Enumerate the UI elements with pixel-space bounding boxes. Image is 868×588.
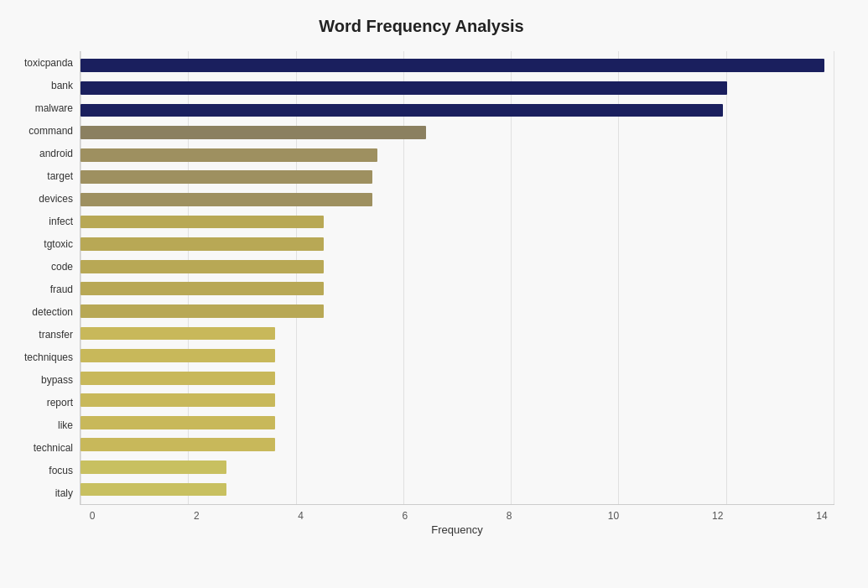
x-tick: 4: [288, 510, 314, 522]
bar: [81, 372, 275, 385]
y-label: fraud: [50, 284, 73, 294]
bar: [81, 81, 727, 95]
y-label: italy: [55, 488, 73, 498]
bar: [81, 193, 372, 206]
y-label: transfer: [39, 330, 73, 340]
y-label: technical: [34, 443, 73, 453]
bar-row: [81, 456, 834, 479]
bar-row: [81, 278, 834, 300]
y-label: infect: [49, 216, 73, 226]
x-tick: 2: [184, 510, 209, 522]
x-tick: 8: [496, 510, 522, 522]
y-label: tgtoxic: [44, 239, 73, 249]
bar-row: [81, 322, 834, 345]
bar: [81, 170, 372, 184]
chart-title: Word Frequency Analysis: [8, 17, 834, 36]
bar-row: [81, 300, 834, 323]
x-tick: 6: [392, 510, 418, 522]
x-tick: 0: [80, 510, 105, 522]
bar-row: [81, 434, 834, 456]
bar-row: [81, 55, 834, 77]
bar: [81, 148, 377, 162]
y-label: command: [29, 126, 73, 136]
bars-area: [80, 51, 834, 505]
bars-inner: [81, 51, 834, 504]
chart-body: toxicpandabankmalwarecommandandroidtarge…: [8, 51, 834, 505]
bar: [81, 260, 324, 273]
bar: [81, 126, 426, 139]
y-label: detection: [32, 307, 73, 317]
x-tick: 14: [809, 510, 834, 522]
bar: [81, 237, 324, 251]
bar-row: [81, 233, 834, 256]
bar-row: [81, 122, 834, 144]
y-label: bank: [51, 81, 73, 91]
bar-row: [81, 211, 834, 233]
bar-row: [81, 77, 834, 100]
x-axis-labels: 02468101214: [80, 505, 834, 522]
bar: [81, 461, 226, 474]
bar-row: [81, 412, 834, 434]
bar-row: [81, 255, 834, 278]
y-label: android: [39, 148, 73, 159]
y-label: techniques: [24, 352, 73, 362]
y-label: toxicpanda: [24, 58, 73, 68]
y-label: malware: [35, 103, 73, 113]
y-label: report: [47, 398, 73, 408]
y-label: bypass: [41, 375, 73, 385]
bar-row: [81, 166, 834, 189]
y-label: devices: [39, 194, 73, 204]
y-axis: toxicpandabankmalwarecommandandroidtarge…: [8, 51, 80, 505]
bar-row: [81, 389, 834, 412]
bar: [81, 216, 324, 229]
bar-row: [81, 143, 834, 166]
y-label: like: [58, 420, 73, 430]
y-label: target: [47, 171, 73, 181]
bar-row: [81, 478, 834, 501]
bar: [81, 349, 275, 362]
bar: [81, 416, 275, 429]
bar-row: [81, 189, 834, 211]
x-tick: 12: [705, 510, 730, 522]
bar: [81, 104, 723, 117]
bar: [81, 438, 275, 451]
x-tick: 10: [600, 510, 626, 522]
chart-container: Word Frequency Analysis toxicpandabankma…: [0, 0, 868, 588]
y-label: code: [51, 262, 73, 272]
bar: [81, 282, 324, 295]
y-label: focus: [49, 466, 73, 476]
bar: [81, 304, 324, 318]
bar: [81, 483, 226, 497]
bar-row: [81, 99, 834, 122]
bar: [81, 393, 275, 407]
bar-row: [81, 367, 834, 389]
bar-row: [81, 345, 834, 367]
bar: [81, 59, 824, 72]
x-axis-title: Frequency: [80, 523, 834, 536]
bar: [81, 327, 275, 341]
